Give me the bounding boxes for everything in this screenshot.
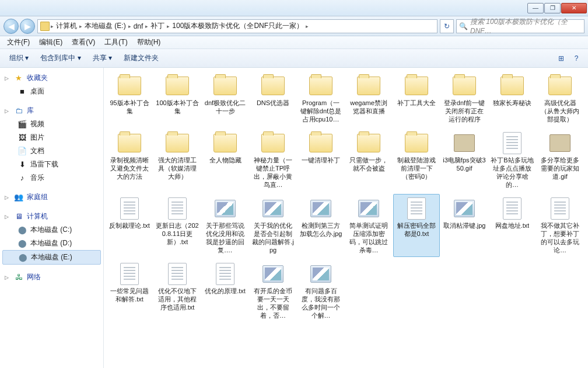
file-item[interactable]: 95版本补丁合集 [106,71,153,126]
breadcrumb[interactable]: ▸ 计算机 ▸ 本地磁盘 (E:) ▸ dnf ▸ 补丁 ▸ 100版本极致防卡… [37,19,438,33]
file-item[interactable]: 100版本补丁合集 [154,71,201,126]
file-name-label: 反制裁理论.txt [109,221,150,230]
folder-icon [547,74,573,98]
breadcrumb-item[interactable]: 100版本极致防卡优化（全DNF只此一家） [171,21,304,31]
file-item[interactable]: 一键清理补丁 [298,129,344,192]
file-item[interactable]: Program（一键解除dnf总是占用cpu10… [298,71,344,126]
sidebar-item-thunder[interactable]: ⬇迅雷下载 [2,158,101,171]
forward-button[interactable]: ▶ [20,19,35,34]
view-mode-icon[interactable]: ⊞ [555,53,567,64]
menu-file[interactable]: 文件(F) [4,36,33,48]
file-content-area[interactable]: 95版本补丁合集100版本补丁合集dnf极致优化二十一步DNS优选器Progra… [104,68,588,368]
file-item[interactable]: 全人物隐藏 [202,129,249,192]
sidebar-network[interactable]: ▷🖧网络 [2,270,101,284]
sidebar-homegroup[interactable]: ▷👥家庭组 [2,190,101,204]
folder-icon [260,131,286,155]
sidebar-item-documents[interactable]: 📄文档 [2,144,101,158]
file-item[interactable]: 关于那些骂说优化没用和说我是抄逼的回复.… [202,194,249,257]
include-library-button[interactable]: 包含到库中 ▾ [37,51,84,65]
file-item[interactable]: 有开瓜的金币要一天一天出，不要留着，否… [250,259,296,322]
file-name-label: 解压密码全部都是0.txt [395,221,438,238]
breadcrumb-item[interactable]: 计算机 [55,21,78,31]
drive-icon: ⬤ [18,239,27,248]
text-file-icon [117,197,142,220]
sidebar-item-desktop[interactable]: ■桌面 [2,85,101,98]
file-item[interactable]: wegame禁浏览器和直播 [345,71,392,126]
folder-icon [308,131,334,155]
text-file-icon [499,131,525,155]
file-item[interactable]: 补丁工具大全 [393,71,440,126]
file-name-label: 全人物隐藏 [209,156,242,164]
file-item[interactable]: 简单测试证明压缩添加密码，可以跳过杀毒… [345,194,392,257]
menu-view[interactable]: 查看(V) [68,36,99,48]
file-item[interactable]: 优化不仅地下适用，其他程序也适用.txt [154,259,201,322]
file-item[interactable]: i3电脑fps突破350.gif [441,129,488,192]
back-button[interactable]: ◀ [4,19,19,34]
search-input[interactable]: 🔍 搜索 100版本极致防卡优化（全DNF… [456,19,584,33]
file-item[interactable]: 补丁B站多玩地址多点点播放评论分享啥的… [489,129,536,192]
library-icon: 🗀 [14,106,23,116]
text-file-icon [547,197,573,220]
file-item[interactable]: 神秘力量（一键禁止TP呼出，屏蔽小黄鸟直… [250,129,296,192]
sidebar-item-drive-d[interactable]: ⬤本地磁盘 (D:) [2,237,101,250]
file-item[interactable]: 反制裁理论.txt [106,194,153,257]
file-item[interactable]: DNS优选器 [250,71,296,126]
file-item[interactable]: 解压密码全部都是0.txt [393,194,440,257]
file-item[interactable]: 一些常见问题和解答.txt [106,259,153,322]
file-item[interactable]: 我不做其它补丁，想要补丁的可以去多玩论… [537,194,583,257]
file-item[interactable]: 制裁登陆游戏前清理一下（密码0） [393,129,440,192]
new-folder-button[interactable]: 新建文件夹 [120,51,162,65]
sidebar-item-drive-c[interactable]: ⬤本地磁盘 (C:) [2,223,101,237]
refresh-button[interactable]: ↻ [440,19,454,33]
file-item[interactable]: 优化的原理.txt [202,259,249,322]
file-item[interactable]: 多分享给更多需要的玩家知道.gif [537,129,583,192]
menu-help[interactable]: 帮助(H) [134,36,164,48]
maximize-button[interactable]: ❐ [544,3,561,13]
file-item[interactable]: dnf极致优化二十一步 [202,71,249,126]
organize-button[interactable]: 组织 ▾ [6,51,32,65]
breadcrumb-item[interactable]: 补丁 [149,21,166,31]
help-icon[interactable]: ? [570,53,582,64]
close-button[interactable]: ✕ [561,3,587,13]
menu-edit[interactable]: 编辑(E) [36,36,66,48]
file-item[interactable]: 登录dnf前一键关闭所有正在运行的程序 [441,71,488,126]
text-file-icon [117,262,142,286]
file-item[interactable]: 只需做一步，就不会被盗 [345,129,392,192]
file-name-label: 强大的清理工具（软媒清理大师） [156,156,199,180]
file-item[interactable]: 网盘地址.txt [489,194,536,257]
breadcrumb-item[interactable]: dnf [132,22,145,30]
file-name-label: 一键清理补丁 [302,156,340,164]
file-item[interactable]: 检测到第三方加载怎么办.jpg [298,194,344,257]
sidebar-item-pictures[interactable]: 🖼图片 [2,131,101,144]
file-name-label: 独家长寿秘诀 [493,99,531,107]
file-name-label: 网盘地址.txt [495,221,530,230]
folder-icon [260,74,286,98]
folder-icon [212,74,238,98]
file-item[interactable]: 更新日志（2020.8.11日更新）.txt [154,194,201,257]
folder-icon [404,131,429,155]
file-name-label: 一些常见问题和解答.txt [108,287,151,303]
file-item[interactable]: 取消粘滞键.jpg [441,194,488,257]
file-item[interactable]: 有问题多百度，我没有那么多时间一个个解… [298,259,344,322]
breadcrumb-item[interactable]: 本地磁盘 (E:) [83,21,127,31]
image-file-icon [308,262,334,286]
sidebar-item-videos[interactable]: 🎬视频 [2,117,101,131]
sidebar-item-music[interactable]: ♪音乐 [2,171,101,185]
folder-icon [356,131,382,155]
file-item[interactable]: 强大的清理工具（软媒清理大师） [154,129,201,192]
sidebar-computer[interactable]: ▷🖥计算机 [2,210,101,223]
share-button[interactable]: 共享 ▾ [89,51,116,65]
file-item[interactable]: 关于我的优化是否会引起制裁的问题解答.jpg [250,194,296,257]
image-file-icon [356,197,382,220]
file-name-label: 检测到第三方加载怎么办.jpg [299,221,342,238]
file-name-label: i3电脑fps突破350.gif [443,156,486,172]
image-file-icon [260,197,286,220]
file-item[interactable]: 独家长寿秘诀 [489,71,536,126]
file-item[interactable]: 录制视频清晰又避免文件太大的方法 [106,129,153,192]
sidebar-libraries[interactable]: ▷🗀库 [2,104,101,117]
file-item[interactable]: 高级优化器（从鲁大师内部提取） [537,71,583,126]
sidebar-favorites[interactable]: ▷★收藏夹 [2,71,101,85]
minimize-button[interactable]: — [527,3,544,13]
menu-tools[interactable]: 工具(T) [101,36,131,48]
sidebar-item-drive-e[interactable]: ⬤本地磁盘 (E:) [2,250,101,265]
